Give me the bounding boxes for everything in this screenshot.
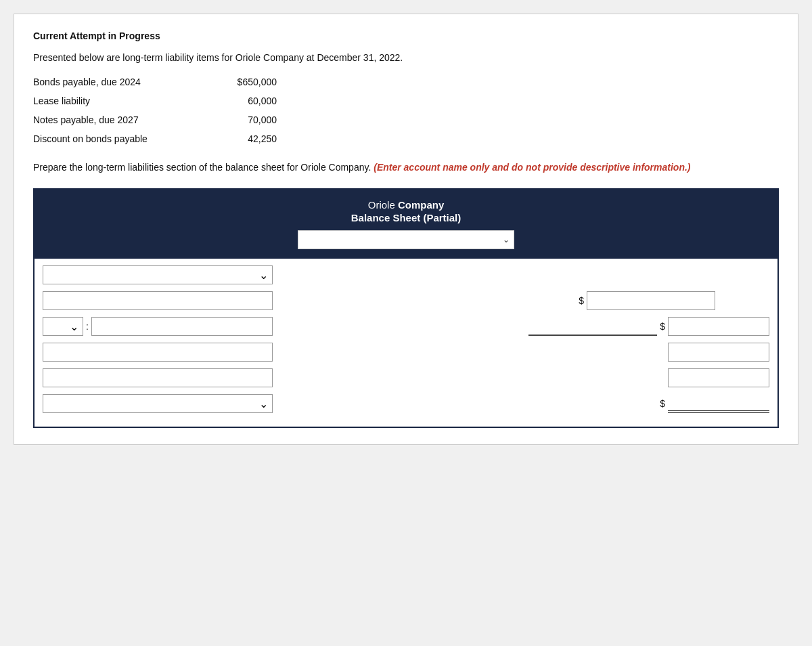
sub-account-input-1[interactable] bbox=[91, 317, 273, 336]
liability-value-4: 42,250 bbox=[209, 133, 277, 144]
chevron-down-icon: ⌄ bbox=[70, 320, 78, 333]
sheet-title: Balance Sheet (Partial) bbox=[41, 212, 771, 223]
company-name-bold: Company bbox=[398, 199, 444, 211]
dollar-sign-2: $ bbox=[660, 321, 665, 332]
total-input-3[interactable] bbox=[668, 368, 769, 387]
bs-row-2: $ bbox=[43, 291, 769, 310]
bs-row-6: ⌄ $ bbox=[43, 394, 769, 413]
account-name-input-3[interactable] bbox=[43, 368, 273, 387]
liability-row-3: Notes payable, due 2027 70,000 bbox=[33, 114, 779, 125]
liability-table: Bonds payable, due 2024 $650,000 Lease l… bbox=[33, 77, 779, 144]
liability-row-1: Bonds payable, due 2024 $650,000 bbox=[33, 77, 779, 87]
liability-row-2: Lease liability 60,000 bbox=[33, 95, 779, 106]
liability-label-3: Notes payable, due 2027 bbox=[33, 114, 209, 125]
bs-row-1: ⌄ bbox=[43, 265, 769, 284]
prepare-text: Prepare the long-term liabilities sectio… bbox=[33, 160, 779, 175]
liability-label-1: Bonds payable, due 2024 bbox=[33, 77, 209, 87]
chevron-down-icon: ⌄ bbox=[259, 397, 268, 410]
header-date-dropdown[interactable]: ⌄ bbox=[298, 230, 514, 249]
bs-row-3: ⌄ : $ bbox=[43, 317, 769, 336]
total-input-1[interactable] bbox=[668, 317, 769, 336]
bs-row-5 bbox=[43, 368, 769, 387]
chevron-down-icon: ⌄ bbox=[503, 235, 510, 244]
liability-row-4: Discount on bonds payable 42,250 bbox=[33, 133, 779, 144]
bs-header-row: ⌄ bbox=[41, 230, 771, 249]
account-name-input-1[interactable] bbox=[43, 291, 273, 310]
intro-text: Presented below are long-term liability … bbox=[33, 52, 779, 63]
liability-value-3: 70,000 bbox=[209, 114, 277, 125]
liability-label-4: Discount on bonds payable bbox=[33, 133, 209, 144]
account-name-input-2[interactable] bbox=[43, 343, 273, 362]
section-title: Current Attempt in Progress bbox=[33, 30, 779, 41]
bs-header: Oriole Company Balance Sheet (Partial) ⌄ bbox=[35, 190, 777, 259]
liability-label-2: Lease liability bbox=[33, 95, 209, 106]
chevron-down-icon: ⌄ bbox=[259, 269, 268, 282]
bs-body: ⌄ $ ⌄ : bbox=[35, 259, 777, 427]
sub-dropdown-1[interactable]: ⌄ bbox=[43, 317, 83, 336]
page-container: Current Attempt in Progress Presented be… bbox=[14, 14, 798, 445]
final-total-input[interactable] bbox=[668, 394, 769, 413]
company-name: Oriole Company bbox=[41, 199, 771, 211]
dollar-sign-3: $ bbox=[660, 398, 665, 409]
bs-row-4 bbox=[43, 343, 769, 362]
colon-separator: : bbox=[86, 321, 89, 332]
label-dropdown-1[interactable]: ⌄ bbox=[43, 265, 273, 284]
liability-value-2: 60,000 bbox=[209, 95, 277, 106]
total-input-2[interactable] bbox=[668, 343, 769, 362]
sub-amount-input-1[interactable] bbox=[528, 317, 657, 336]
balance-sheet-container: Oriole Company Balance Sheet (Partial) ⌄… bbox=[33, 188, 779, 428]
dollar-sign-1: $ bbox=[579, 295, 584, 306]
label-dropdown-2[interactable]: ⌄ bbox=[43, 394, 273, 413]
amount-input-1[interactable] bbox=[587, 291, 715, 310]
liability-value-1: $650,000 bbox=[209, 77, 277, 87]
